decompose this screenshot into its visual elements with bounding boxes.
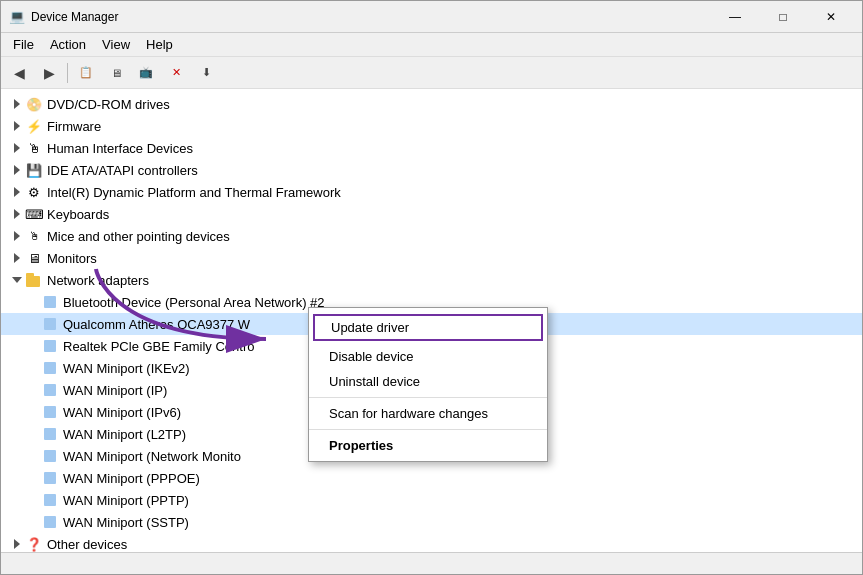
expand-hid[interactable]	[9, 140, 25, 156]
tree-item-network[interactable]: Network adapters	[1, 269, 862, 291]
svg-rect-12	[44, 516, 56, 528]
device-manager-window: 💻 Device Manager — □ ✕ File Action View …	[0, 0, 863, 575]
label-wan-pptp: WAN Miniport (PPTP)	[63, 493, 189, 508]
maximize-button[interactable]: □	[760, 3, 806, 31]
label-intel: Intel(R) Dynamic Platform and Thermal Fr…	[47, 185, 341, 200]
icon-realtek	[41, 337, 59, 355]
expand-realtek-spacer	[25, 338, 41, 354]
tree-item-wan-sstp[interactable]: WAN Miniport (SSTP)	[1, 511, 862, 533]
expand-bluetooth-spacer	[25, 294, 41, 310]
toolbar: ◀ ▶ 📋 🖥 📺 ✕ ⬇	[1, 57, 862, 89]
context-menu-update-driver[interactable]: Update driver	[313, 314, 543, 341]
icon-wan-pppoe	[41, 469, 59, 487]
toolbar-sep-1	[67, 63, 68, 83]
svg-rect-0	[26, 276, 40, 287]
expand-intel[interactable]	[9, 184, 25, 200]
toolbar-back[interactable]: ◀	[5, 60, 33, 86]
window-title: Device Manager	[31, 10, 712, 24]
label-wan-network: WAN Miniport (Network Monito	[63, 449, 241, 464]
label-ide: IDE ATA/ATAPI controllers	[47, 163, 198, 178]
expand-network[interactable]	[9, 272, 25, 288]
label-wan-ip: WAN Miniport (IP)	[63, 383, 167, 398]
svg-rect-2	[44, 296, 56, 308]
window-icon: 💻	[9, 9, 25, 25]
icon-wan-ipv6	[41, 403, 59, 421]
label-wan-pppoe: WAN Miniport (PPPOE)	[63, 471, 200, 486]
menu-action[interactable]: Action	[42, 35, 94, 54]
expand-mice[interactable]	[9, 228, 25, 244]
context-menu-properties[interactable]: Properties	[309, 433, 547, 458]
label-firmware: Firmware	[47, 119, 101, 134]
tree-item-firmware[interactable]: ⚡ Firmware	[1, 115, 862, 137]
tree-item-mice[interactable]: 🖱 Mice and other pointing devices	[1, 225, 862, 247]
label-network: Network adapters	[47, 273, 149, 288]
svg-rect-8	[44, 428, 56, 440]
tree-item-wan-pppoe[interactable]: WAN Miniport (PPPOE)	[1, 467, 862, 489]
menu-view[interactable]: View	[94, 35, 138, 54]
label-wan-l2tp: WAN Miniport (L2TP)	[63, 427, 186, 442]
svg-rect-9	[44, 450, 56, 462]
icon-firmware: ⚡	[25, 117, 43, 135]
icon-keyboards: ⌨	[25, 205, 43, 223]
svg-rect-3	[44, 318, 56, 330]
label-keyboards: Keyboards	[47, 207, 109, 222]
svg-rect-1	[26, 273, 34, 277]
title-bar: 💻 Device Manager — □ ✕	[1, 1, 862, 33]
icon-monitors: 🖥	[25, 249, 43, 267]
svg-rect-10	[44, 472, 56, 484]
menu-bar: File Action View Help	[1, 33, 862, 57]
label-bluetooth: Bluetooth Device (Personal Area Network)…	[63, 295, 325, 310]
label-mice: Mice and other pointing devices	[47, 229, 230, 244]
tree-item-wan-pptp[interactable]: WAN Miniport (PPTP)	[1, 489, 862, 511]
toolbar-scan[interactable]: ⬇	[192, 60, 220, 86]
icon-qualcomm	[41, 315, 59, 333]
expand-other[interactable]	[9, 536, 25, 552]
label-hid: Human Interface Devices	[47, 141, 193, 156]
menu-help[interactable]: Help	[138, 35, 181, 54]
label-wan-sstp: WAN Miniport (SSTP)	[63, 515, 189, 530]
tree-item-monitors[interactable]: 🖥 Monitors	[1, 247, 862, 269]
context-menu-separator-2	[309, 429, 547, 430]
icon-wan-l2tp	[41, 425, 59, 443]
icon-intel: ⚙	[25, 183, 43, 201]
tree-item-hid[interactable]: 🖱 Human Interface Devices	[1, 137, 862, 159]
icon-wan-network	[41, 447, 59, 465]
minimize-button[interactable]: —	[712, 3, 758, 31]
expand-firmware[interactable]	[9, 118, 25, 134]
toolbar-update-driver[interactable]: 🖥	[102, 60, 130, 86]
menu-file[interactable]: File	[5, 35, 42, 54]
toolbar-properties[interactable]: 📋	[72, 60, 100, 86]
expand-keyboards[interactable]	[9, 206, 25, 222]
svg-rect-7	[44, 406, 56, 418]
context-menu: Update driver Disable device Uninstall d…	[308, 307, 548, 462]
toolbar-forward[interactable]: ▶	[35, 60, 63, 86]
label-other: Other devices	[47, 537, 127, 552]
close-button[interactable]: ✕	[808, 3, 854, 31]
context-menu-uninstall-device[interactable]: Uninstall device	[309, 369, 547, 394]
context-menu-disable-device[interactable]: Disable device	[309, 344, 547, 369]
svg-rect-6	[44, 384, 56, 396]
icon-wan-ip	[41, 381, 59, 399]
tree-item-ide[interactable]: 💾 IDE ATA/ATAPI controllers	[1, 159, 862, 181]
context-menu-scan-hardware[interactable]: Scan for hardware changes	[309, 401, 547, 426]
svg-rect-4	[44, 340, 56, 352]
toolbar-uninstall[interactable]: ✕	[162, 60, 190, 86]
tree-item-dvd[interactable]: 📀 DVD/CD-ROM drives	[1, 93, 862, 115]
label-wan-ipv6: WAN Miniport (IPv6)	[63, 405, 181, 420]
toolbar-toggle[interactable]: 📺	[132, 60, 160, 86]
tree-item-intel[interactable]: ⚙ Intel(R) Dynamic Platform and Thermal …	[1, 181, 862, 203]
icon-hid: 🖱	[25, 139, 43, 157]
expand-ide[interactable]	[9, 162, 25, 178]
icon-other: ❓	[25, 535, 43, 552]
icon-wan-ikev2	[41, 359, 59, 377]
expand-qualcomm-spacer	[25, 316, 41, 332]
main-content: 📀 DVD/CD-ROM drives ⚡ Firmware 🖱 Human I…	[1, 89, 862, 552]
icon-ide: 💾	[25, 161, 43, 179]
context-menu-separator-1	[309, 397, 547, 398]
icon-wan-pptp	[41, 491, 59, 509]
expand-dvd[interactable]	[9, 96, 25, 112]
label-dvd: DVD/CD-ROM drives	[47, 97, 170, 112]
tree-item-other[interactable]: ❓ Other devices	[1, 533, 862, 552]
expand-monitors[interactable]	[9, 250, 25, 266]
tree-item-keyboards[interactable]: ⌨ Keyboards	[1, 203, 862, 225]
